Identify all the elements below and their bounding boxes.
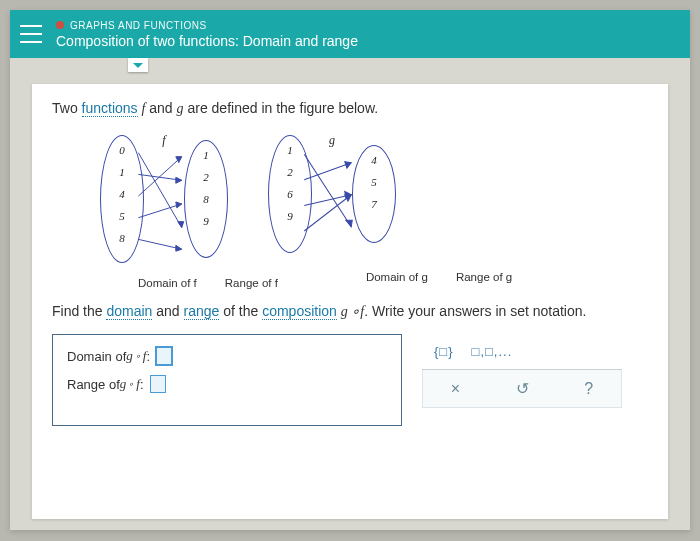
f-rng-0: 1 <box>203 149 209 161</box>
g-label: g <box>329 133 335 148</box>
svg-marker-5 <box>176 157 182 163</box>
prompt-text: Find the domain and range of the composi… <box>52 303 648 320</box>
g-dom-2: 6 <box>287 188 293 200</box>
pr-1: Find the <box>52 303 106 319</box>
f-rng-3: 9 <box>203 215 209 227</box>
g-dom-1: 2 <box>287 166 293 178</box>
svg-marker-9 <box>176 245 182 251</box>
svg-marker-3 <box>176 177 182 183</box>
pr-3: of the <box>219 303 262 319</box>
f-label: f <box>162 133 165 148</box>
range-label-pre: Range of <box>67 377 120 392</box>
f-rng-2: 8 <box>203 193 209 205</box>
oval-domain-f: 0 1 4 5 8 <box>100 135 144 263</box>
captions-row: Domain of f Range of f Domain of g Range… <box>98 271 648 289</box>
category-label: GRAPHS AND FUNCTIONS <box>70 20 207 31</box>
svg-line-0 <box>138 153 181 228</box>
g-dom-3: 9 <box>287 210 293 222</box>
composition-link[interactable]: composition <box>262 303 337 320</box>
g-dom-0: 1 <box>287 144 293 156</box>
intro-text: Two functions f and g are defined in the… <box>52 100 648 117</box>
header-bar: GRAPHS AND FUNCTIONS Composition of two … <box>10 10 690 58</box>
category-dot-icon <box>56 21 64 29</box>
g-rng-2: 7 <box>371 198 377 210</box>
ans-g1: g <box>126 348 133 364</box>
svg-line-4 <box>138 157 181 196</box>
f-dom-0: 0 <box>119 144 125 156</box>
svg-marker-15 <box>345 192 351 198</box>
domain-answer-line: Domain of g ∘ f : <box>67 347 387 365</box>
svg-line-8 <box>138 239 181 249</box>
range-input[interactable] <box>150 375 166 393</box>
page-title: Composition of two functions: Domain and… <box>56 33 358 49</box>
functions-link[interactable]: functions <box>82 100 138 117</box>
pr-2: and <box>152 303 183 319</box>
list-button[interactable]: □,□,... <box>472 344 513 359</box>
diagrams-row: 0 1 4 5 8 f 1 2 8 9 <box>100 135 648 263</box>
pr-5: . Write your answers in set notation. <box>364 303 586 319</box>
f-dom-3: 5 <box>119 210 125 222</box>
svg-line-2 <box>138 174 181 180</box>
g-rng-0: 4 <box>371 154 377 166</box>
ans-g2: g <box>120 376 127 392</box>
intro-suffix: are defined in the figure below. <box>184 100 379 116</box>
oval-domain-g: 1 2 6 9 <box>268 135 312 253</box>
set-braces-button[interactable]: {□} <box>434 344 454 359</box>
svg-marker-7 <box>176 202 182 208</box>
answer-row: Domain of g ∘ f : Range of g ∘ f : <box>52 334 648 426</box>
toolbox-symbols: {□} □,□,... <box>422 334 622 370</box>
answer-box: Domain of g ∘ f : Range of g ∘ f : <box>52 334 402 426</box>
domain-input[interactable] <box>156 347 172 365</box>
range-link[interactable]: range <box>184 303 220 320</box>
ans-colon2: : <box>140 377 144 392</box>
hamburger-icon[interactable] <box>20 25 42 43</box>
pr-g: g <box>341 304 348 319</box>
cap-range-f: Range of f <box>225 277 278 289</box>
dropdown-toggle[interactable] <box>128 58 148 72</box>
range-answer-line: Range of g ∘ f : <box>67 375 387 393</box>
ans-colon1: : <box>146 349 150 364</box>
cap-domain-g: Domain of g <box>366 271 428 289</box>
intro-prefix: Two <box>52 100 82 116</box>
content-panel: Two functions f and g are defined in the… <box>32 84 668 519</box>
help-button[interactable]: ? <box>584 380 593 398</box>
f-dom-2: 4 <box>119 188 125 200</box>
ans-circ1: ∘ <box>135 351 141 361</box>
reset-button[interactable]: ↺ <box>516 379 529 398</box>
intro-g: g <box>177 101 184 116</box>
header-category: GRAPHS AND FUNCTIONS <box>56 20 358 31</box>
oval-range-g: 4 5 7 <box>352 145 396 243</box>
cap-domain-f: Domain of f <box>138 277 197 289</box>
mapping-f: 0 1 4 5 8 f 1 2 8 9 <box>100 135 228 263</box>
svg-marker-1 <box>178 222 184 228</box>
f-dom-4: 8 <box>119 232 125 244</box>
cap-range-g: Range of g <box>456 271 512 289</box>
domain-label-pre: Domain of <box>67 349 126 364</box>
header-text: GRAPHS AND FUNCTIONS Composition of two … <box>56 20 358 49</box>
toolbox: {□} □,□,... × ↺ ? <box>422 334 622 426</box>
intro-and: and <box>145 100 176 116</box>
clear-button[interactable]: × <box>451 380 460 398</box>
svg-marker-13 <box>345 162 351 168</box>
g-rng-1: 5 <box>371 176 377 188</box>
mapping-g: 1 2 6 9 g 4 5 7 <box>268 135 396 263</box>
domain-link[interactable]: domain <box>106 303 152 320</box>
oval-range-f: 1 2 8 9 <box>184 140 228 258</box>
page: GRAPHS AND FUNCTIONS Composition of two … <box>10 10 690 530</box>
pr-circ: ∘ <box>348 304 361 319</box>
ans-circ2: ∘ <box>128 379 134 389</box>
svg-line-6 <box>138 204 181 218</box>
toolbox-actions: × ↺ ? <box>422 370 622 408</box>
f-rng-1: 2 <box>203 171 209 183</box>
svg-marker-17 <box>345 195 351 201</box>
f-dom-1: 1 <box>119 166 125 178</box>
